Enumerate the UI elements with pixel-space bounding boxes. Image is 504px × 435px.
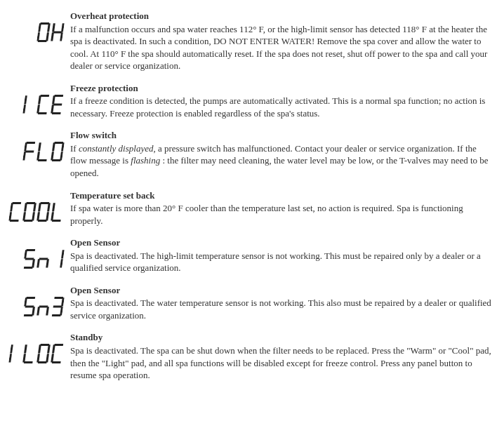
svg-rect-36 [10,220,19,222]
svg-rect-53 [52,203,55,211]
entry-title: Overheat protection [70,10,491,22]
svg-rect-37 [8,212,12,220]
svg-rect-68 [25,305,34,307]
svg-rect-64 [26,297,35,299]
svg-rect-49 [37,212,40,220]
entry-title: Temperature set back [70,189,491,202]
svg-rect-47 [46,212,49,220]
entry-text: Open Sensor Spa is deactivated. The wate… [70,284,491,322]
entry-title: Freeze protection [70,82,491,95]
entry-text: Flow switch If constantly displayed, a p… [70,129,491,179]
svg-rect-3 [38,40,47,42]
svg-rect-67 [24,297,27,306]
svg-rect-10 [53,32,62,34]
entry-text: Standby Spa is deactivated. The spa can … [70,331,491,381]
svg-rect-39 [26,202,35,204]
svg-rect-7 [60,32,63,41]
entry-sn1: Open Sensor Spa is deactivated. The high… [7,236,491,274]
svg-rect-9 [52,23,55,32]
entry-body: If spa water is more than 20° F cooler t… [70,202,491,227]
entry-title: Standby [70,331,491,344]
svg-rect-88 [54,344,63,346]
entry-text: Temperature set back If spa water is mor… [70,189,491,227]
svg-rect-87 [38,345,41,354]
code-display-iloc [7,331,70,367]
svg-rect-85 [38,361,47,363]
entry-flow: Flow switch If constantly displayed, a p… [7,129,491,179]
svg-rect-15 [37,105,40,113]
svg-rect-61 [39,258,48,260]
svg-rect-35 [12,202,21,204]
svg-rect-83 [47,345,51,354]
svg-rect-78 [10,345,13,354]
svg-rect-8 [51,32,54,41]
entry-body: If a malfunction occurs and spa water re… [70,23,491,72]
code-display-flo [7,129,70,165]
svg-rect-71 [39,305,48,307]
code-display-cool [7,189,70,225]
entry-overheat: Overheat protection If a malfunction occ… [7,10,491,72]
svg-rect-34 [52,143,55,152]
entry-body: If a freeze condition is detected, the p… [70,95,491,119]
svg-rect-14 [38,112,47,114]
svg-rect-70 [37,307,40,315]
svg-rect-32 [52,159,61,161]
svg-rect-28 [38,143,41,152]
svg-rect-48 [38,220,47,222]
svg-rect-55 [32,260,35,268]
svg-rect-18 [52,112,61,114]
svg-rect-58 [25,258,34,260]
svg-rect-41 [32,212,35,220]
svg-rect-75 [52,314,61,316]
error-code-reference: Overheat protection If a malfunction occ… [0,0,504,435]
code-display-sn1 [7,236,70,272]
entry-body: Spa is deactivated. The water temperatur… [70,297,491,321]
svg-rect-66 [24,314,33,316]
svg-rect-6 [61,23,65,32]
code-display-ice [7,82,70,118]
svg-rect-91 [52,345,55,354]
svg-rect-63 [60,260,63,268]
svg-rect-30 [61,143,65,152]
svg-rect-1 [47,23,51,32]
svg-rect-22 [26,142,35,144]
svg-rect-57 [24,250,27,258]
entry-body: Spa is deactivated. The high-limit tempe… [70,250,491,274]
svg-rect-4 [37,32,40,41]
svg-rect-43 [22,212,26,220]
svg-rect-56 [24,267,33,269]
svg-rect-24 [24,143,27,152]
svg-rect-16 [38,95,41,104]
entry-iloc: Standby Spa is deactivated. The spa can … [7,331,491,381]
svg-rect-38 [10,203,13,211]
svg-rect-29 [54,142,63,144]
entry-cool: Temperature set back If spa water is mor… [7,189,491,227]
svg-rect-62 [61,250,65,258]
svg-rect-45 [40,202,49,204]
code-display-oh [7,10,70,46]
svg-rect-26 [38,159,47,161]
svg-rect-2 [46,32,49,41]
svg-rect-20 [52,95,55,104]
svg-rect-65 [32,307,35,315]
svg-rect-59 [46,260,49,268]
svg-rect-5 [38,23,41,32]
entry-freeze: Freeze protection If a freeze condition … [7,82,491,120]
entry-title: Flow switch [70,129,491,142]
svg-rect-51 [52,220,61,222]
svg-rect-0 [40,22,49,25]
svg-rect-76 [53,305,62,307]
svg-rect-60 [37,260,40,268]
svg-rect-82 [40,344,49,346]
svg-rect-42 [24,220,33,222]
svg-rect-79 [24,361,33,363]
entry-body: If constantly displayed, a pressure swit… [70,142,491,180]
svg-rect-50 [38,203,41,211]
svg-rect-77 [8,354,12,363]
svg-rect-54 [26,249,35,251]
code-display-sn3 [7,284,70,320]
entry-text: Freeze protection If a freeze condition … [70,82,491,120]
svg-rect-13 [40,95,49,97]
svg-rect-12 [24,95,27,104]
entry-text: Overheat protection If a malfunction occ… [70,10,491,72]
